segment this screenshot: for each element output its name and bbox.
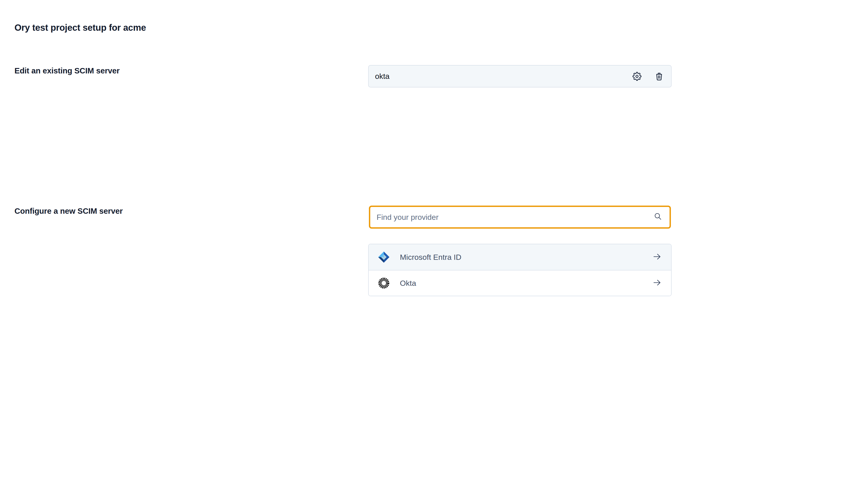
provider-row-microsoft-entra-id[interactable]: Microsoft Entra ID xyxy=(369,244,671,270)
server-settings-button[interactable] xyxy=(632,71,642,82)
server-delete-button[interactable] xyxy=(654,71,664,82)
configure-scim-server-label: Configure a new SCIM server xyxy=(14,206,123,216)
page-title: Ory test project setup for acme xyxy=(14,23,146,33)
arrow-right-icon xyxy=(652,278,662,289)
settings-icon xyxy=(632,72,642,81)
provider-name: Microsoft Entra ID xyxy=(400,253,652,262)
provider-name: Okta xyxy=(400,279,652,288)
trash-icon xyxy=(655,72,664,81)
microsoft-entra-logo xyxy=(378,251,390,263)
arrow-right-icon xyxy=(652,252,662,263)
existing-server-row: okta xyxy=(368,65,672,88)
edit-scim-server-label: Edit an existing SCIM server xyxy=(14,66,120,75)
scim-setup-page: Ory test project setup for acme Edit an … xyxy=(0,0,868,488)
provider-search xyxy=(369,205,671,229)
provider-list: Microsoft Entra ID Okta xyxy=(368,244,672,296)
server-name: okta xyxy=(375,72,632,80)
provider-search-input[interactable] xyxy=(369,205,671,229)
okta-logo xyxy=(378,277,390,289)
provider-row-okta[interactable]: Okta xyxy=(369,270,671,296)
